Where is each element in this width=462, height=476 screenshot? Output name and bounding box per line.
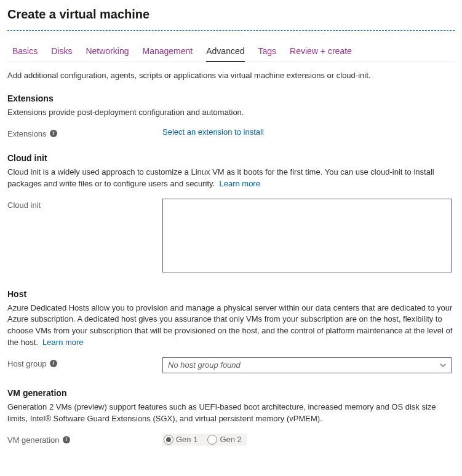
vm-generation-section: VM generation Generation 2 VMs (preview)… — [7, 388, 455, 446]
host-desc: Azure Dedicated Hosts allow you to provi… — [7, 303, 455, 349]
extensions-label-text: Extensions — [7, 129, 47, 138]
radio-label: Gen 2 — [220, 435, 241, 444]
tab-tags[interactable]: Tags — [258, 42, 277, 62]
tab-management[interactable]: Management — [143, 42, 193, 62]
host-group-select[interactable]: No host group found — [162, 357, 452, 373]
radio-label: Gen 1 — [176, 435, 197, 444]
page-title: Create a virtual machine — [7, 7, 455, 22]
info-icon[interactable]: i — [50, 360, 57, 367]
intro-text: Add additional configuration, agents, sc… — [7, 71, 455, 80]
select-extension-link[interactable]: Select an extension to install — [162, 127, 264, 137]
divider — [7, 30, 455, 31]
cloud-init-title: Cloud init — [7, 153, 455, 163]
vm-generation-field-label: VM generation i — [7, 434, 162, 445]
vm-generation-radio-group: Gen 1 Gen 2 — [162, 434, 247, 446]
tab-advanced[interactable]: Advanced — [206, 42, 244, 62]
extensions-desc: Extensions provide post-deployment confi… — [7, 107, 455, 119]
host-group-field-label: Host group i — [7, 357, 162, 368]
vm-generation-gen1-option[interactable]: Gen 1 — [164, 435, 197, 445]
vm-generation-title: VM generation — [7, 388, 455, 398]
host-section: Host Azure Dedicated Hosts allow you to … — [7, 289, 455, 373]
tab-basics[interactable]: Basics — [12, 42, 38, 62]
cloud-init-desc: Cloud init is a widely used approach to … — [7, 167, 455, 190]
cloud-init-learn-more-link[interactable]: Learn more — [219, 179, 260, 188]
radio-icon — [164, 435, 173, 445]
tab-review-create[interactable]: Review + create — [290, 42, 352, 62]
cloud-init-textarea[interactable] — [162, 199, 452, 272]
extensions-field-label: Extensions i — [7, 127, 162, 138]
tab-bar: Basics Disks Networking Management Advan… — [7, 42, 455, 62]
host-learn-more-link[interactable]: Learn more — [42, 338, 83, 347]
radio-icon — [207, 435, 217, 445]
extensions-section: Extensions Extensions provide post-deplo… — [7, 93, 455, 138]
tab-networking[interactable]: Networking — [86, 42, 129, 62]
cloud-init-section: Cloud init Cloud init is a widely used a… — [7, 153, 455, 274]
vm-generation-gen2-option[interactable]: Gen 2 — [207, 435, 241, 445]
tab-disks[interactable]: Disks — [51, 42, 72, 62]
info-icon[interactable]: i — [63, 436, 70, 443]
info-icon[interactable]: i — [50, 130, 57, 137]
extensions-title: Extensions — [7, 93, 455, 103]
vm-generation-desc: Generation 2 VMs (preview) support featu… — [7, 402, 455, 425]
vm-generation-label-text: VM generation — [7, 435, 60, 445]
host-group-label-text: Host group — [7, 359, 47, 368]
host-title: Host — [7, 289, 455, 299]
cloud-init-field-label: Cloud init — [7, 199, 162, 210]
cloud-init-label-text: Cloud init — [7, 200, 41, 210]
